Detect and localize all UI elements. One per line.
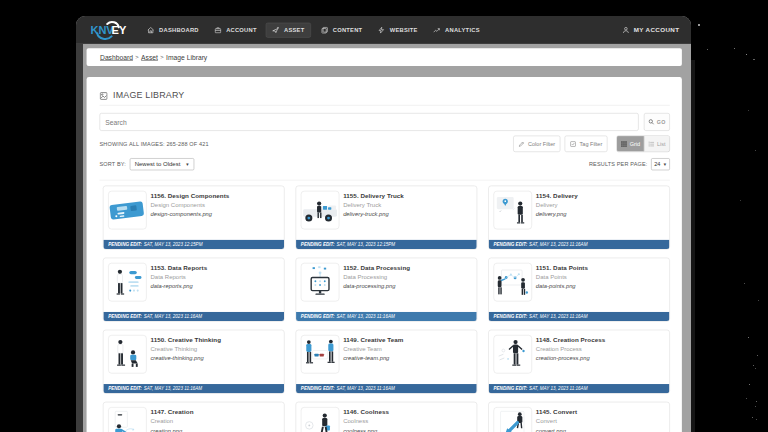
svg-text:EY: EY <box>112 24 127 36</box>
